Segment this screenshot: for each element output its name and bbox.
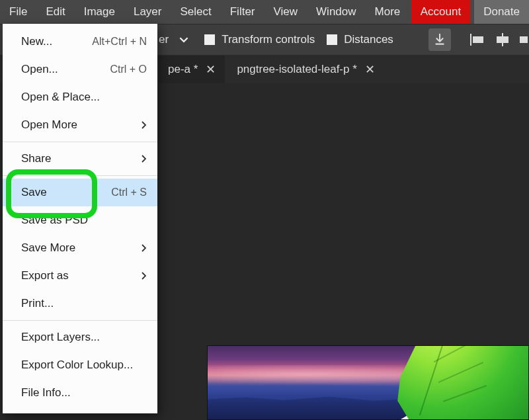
transform-controls-label: Transform controls <box>222 33 315 46</box>
tab-label: pngtree-isolated-leaf-p * <box>237 63 356 76</box>
checkbox-icon <box>327 34 337 45</box>
menu-view[interactable]: View <box>264 0 307 24</box>
download-button[interactable] <box>428 28 451 51</box>
menu-select[interactable]: Select <box>171 0 220 24</box>
svg-rect-1 <box>470 34 471 46</box>
file-menu-item[interactable]: Open & Place... <box>3 83 157 111</box>
menu-bar: File Edit Image Layer Select Filter View… <box>0 0 529 24</box>
align-left-icon[interactable] <box>469 32 485 47</box>
menu-item-label: Save <box>21 186 47 199</box>
svg-rect-0 <box>436 44 444 45</box>
menu-shortcut: Alt+Ctrl + N <box>92 36 147 48</box>
file-menu-item[interactable]: Save as PSD <box>3 206 157 234</box>
menu-item-label: Export Color Lookup... <box>21 358 133 372</box>
menu-shortcut: Ctrl + O <box>110 63 147 75</box>
menu-shortcut: Ctrl + S <box>111 187 147 198</box>
chevron-right-icon <box>140 154 147 163</box>
menu-item-label: Export Layers... <box>21 331 100 344</box>
donate-button[interactable]: Donate <box>474 0 529 24</box>
canvas-image <box>207 345 529 420</box>
menu-item-label: Export as <box>21 269 69 282</box>
svg-rect-5 <box>520 36 528 43</box>
file-menu-item[interactable]: Share <box>3 145 157 173</box>
menu-item-label: Print... <box>21 297 54 310</box>
chevron-right-icon <box>140 271 147 280</box>
distances-label: Distances <box>344 33 393 46</box>
file-menu-item[interactable]: New...Alt+Ctrl + N <box>3 28 157 56</box>
menu-file[interactable]: File <box>0 0 36 24</box>
chevron-right-icon <box>140 243 147 253</box>
align-right-icon[interactable] <box>520 32 529 47</box>
menu-item-label: New... <box>21 35 52 48</box>
checkbox-icon <box>204 34 215 45</box>
menu-more[interactable]: More <box>366 0 410 24</box>
menu-separator <box>3 175 157 176</box>
menu-image[interactable]: Image <box>75 0 124 24</box>
menu-item-label: Share <box>21 152 51 165</box>
menu-separator <box>3 142 157 142</box>
distances-toggle[interactable]: Distances <box>327 33 393 46</box>
file-menu-item[interactable]: Open More <box>3 111 157 139</box>
file-menu-item[interactable]: SaveCtrl + S <box>3 179 157 206</box>
menu-layer[interactable]: Layer <box>124 0 171 24</box>
tab-label: pe-a * <box>168 63 198 76</box>
chevron-down-icon <box>175 30 192 50</box>
menu-filter[interactable]: Filter <box>221 0 264 24</box>
menu-item-label: Open & Place... <box>21 91 100 104</box>
file-menu-dropdown: New...Alt+Ctrl + NOpen...Ctrl + OOpen & … <box>3 24 157 413</box>
file-menu-item[interactable]: Export Color Lookup... <box>3 351 157 379</box>
chevron-right-icon <box>140 120 147 130</box>
menu-item-label: Save as PSD <box>21 214 88 227</box>
transform-controls-toggle[interactable]: Transform controls <box>204 33 315 46</box>
account-button[interactable]: Account <box>411 0 470 24</box>
download-icon <box>432 32 447 47</box>
file-menu-item[interactable]: Export Layers... <box>3 323 157 351</box>
menu-separator <box>3 320 157 321</box>
menu-item-label: Open... <box>21 63 58 76</box>
file-menu-item[interactable]: Open...Ctrl + O <box>3 56 157 83</box>
options-dropdown-fragment: er <box>159 33 169 46</box>
svg-rect-4 <box>497 36 509 43</box>
close-icon[interactable]: ✕ <box>206 62 216 77</box>
tab-document-2[interactable]: pngtree-isolated-leaf-p * ✕ <box>227 56 384 83</box>
file-menu-item[interactable]: Export as <box>3 262 157 290</box>
menu-window[interactable]: Window <box>307 0 365 24</box>
menu-edit[interactable]: Edit <box>36 0 74 24</box>
close-icon[interactable]: ✕ <box>365 62 375 77</box>
file-menu-item[interactable]: Print... <box>3 290 157 317</box>
menu-item-label: File Info... <box>21 386 71 399</box>
menu-item-label: Open More <box>21 118 77 132</box>
align-icons-group <box>469 32 529 47</box>
tab-document-1[interactable]: pe-a * ✕ <box>159 56 225 83</box>
options-dropdown[interactable]: er <box>159 30 192 50</box>
svg-rect-2 <box>473 36 483 43</box>
align-center-horizontal-icon[interactable] <box>495 32 510 47</box>
file-menu-item[interactable]: File Info... <box>3 379 157 407</box>
menu-item-label: Save More <box>21 241 75 255</box>
file-menu-item[interactable]: Save More <box>3 234 157 262</box>
